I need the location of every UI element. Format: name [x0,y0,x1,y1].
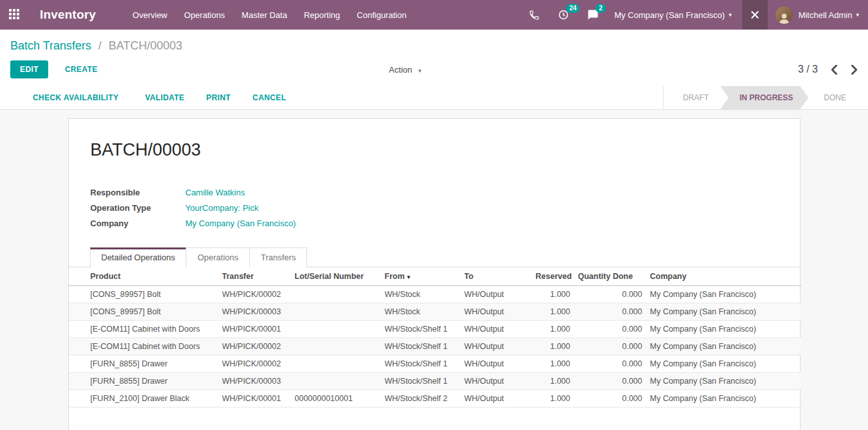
field-group: Responsible Camille Watkins Operation Ty… [91,185,778,231]
column-header-to[interactable]: To [465,267,536,286]
menu-item[interactable]: Master Data [233,0,296,30]
status-state[interactable]: DONE [804,86,862,109]
statusbar-button[interactable]: CANCEL [249,93,290,103]
table-row[interactable]: [FURN_8855] Drawer WH/PICK/00002 WH/Stoc… [69,355,801,373]
developer-tools-icon[interactable] [742,0,768,30]
field-label: Company [91,216,186,231]
cell-lot [295,355,385,373]
cell-lot [295,321,385,338]
cell-company: My Company (San Francisco) [650,355,801,373]
activities-icon[interactable]: 24 [558,9,569,21]
app-window: Inventory OverviewOperationsMaster DataR… [0,0,868,430]
cell-company: My Company (San Francisco) [650,303,801,321]
app-name[interactable]: Inventory [40,8,96,22]
notebook-tab[interactable]: Operations [186,247,250,267]
cell-product: [FURN_8855] Drawer [69,355,222,373]
cell-company: My Company (San Francisco) [650,338,801,355]
form-sheet: BATCH/00003 Responsible Camille Watkins … [68,118,801,430]
user-menu[interactable]: Mitchell Admin ▾ [768,6,868,24]
cell-transfer: WH/PICK/00003 [222,373,295,390]
cell-reserved: 1.000 [536,373,578,390]
breadcrumb-parent[interactable]: Batch Transfers [10,39,91,52]
breadcrumb-current: BATCH/00003 [109,39,182,52]
cell-from: WH/Stock/Shelf 1 [385,321,465,338]
chevron-down-icon: ▾ [856,12,859,18]
table-row[interactable]: [CONS_89957] Bolt WH/PICK/00003 WH/Stock… [69,303,801,321]
column-header-quantity-done[interactable]: Quantity Done [578,267,650,286]
cell-to: WH/Output [465,355,536,373]
column-header-lot[interactable]: Lot/Serial Number [295,267,385,286]
table-header-row: Product Transfer Lot/Serial Number From▾… [69,267,801,286]
field-label: Operation Type [91,201,186,216]
status-state[interactable]: IN PROGRESS [720,86,808,109]
column-header-company[interactable]: Company [650,267,801,286]
phone-icon[interactable] [529,10,540,21]
column-header-from[interactable]: From▾ [385,267,465,286]
cell-reserved: 1.000 [536,321,578,338]
table-row[interactable]: [E-COM11] Cabinet with Doors WH/PICK/000… [69,338,801,355]
cell-quantity-done: 0.000 [578,303,650,321]
column-header-reserved[interactable]: Reserved [536,267,578,286]
activity-badge: 24 [566,4,580,13]
edit-button[interactable]: EDIT [10,60,48,78]
pager-previous-icon[interactable] [831,65,838,75]
systray: 24 2 My Company (San Francisco) ▾ [520,0,868,30]
statusbar: CHECK AVAILABILITY VALIDATE PRINT CANCEL… [0,86,868,110]
table-row[interactable]: [CONS_89957] Bolt WH/PICK/00002 WH/Stock… [69,286,801,303]
column-header-transfer[interactable]: Transfer [222,267,295,286]
cell-quantity-done: 0.000 [578,338,650,355]
field-value-link[interactable]: My Company (San Francisco) [186,219,296,228]
control-panel-buttons: EDIT CREATE Action ▾ 3 / 3 [0,57,868,86]
field-value-link[interactable]: YourCompany: Pick [186,203,259,213]
company-switcher-label: My Company (San Francisco) [614,10,725,20]
cell-to: WH/Output [465,373,536,390]
cell-product: [FURN_8855] Drawer [69,373,222,390]
field-value-link[interactable]: Camille Watkins [186,188,245,197]
statusbar-button[interactable]: CHECK AVAILABILITY [24,89,127,106]
chevron-down-icon: ▾ [729,12,732,18]
pager-value: 3 / 3 [798,64,818,75]
menu-item[interactable]: Configuration [348,0,414,30]
notebook-tab[interactable]: Detailed Operations [90,247,187,267]
cell-product: [FURN_2100] Drawer Black [69,390,222,408]
pager-next-icon[interactable] [851,65,858,75]
notebook-tab[interactable]: Transfers [249,247,307,267]
cell-company: My Company (San Francisco) [650,373,801,390]
cell-quantity-done: 0.000 [578,373,650,390]
cell-product: [CONS_89957] Bolt [69,303,222,321]
column-header-product[interactable]: Product [69,267,222,286]
cell-to: WH/Output [465,303,536,321]
top-navbar: Inventory OverviewOperationsMaster DataR… [0,0,868,30]
cell-from: WH/Stock/Shelf 1 [385,373,465,390]
menu-item[interactable]: Operations [176,0,234,30]
cell-reserved: 1.000 [536,355,578,373]
cell-lot [295,338,385,355]
menu-item[interactable]: Overview [124,0,175,30]
cell-product: [E-COM11] Cabinet with Doors [69,321,222,338]
sort-desc-icon: ▾ [407,274,411,280]
cell-company: My Company (San Francisco) [650,286,801,303]
messages-icon[interactable]: 2 [587,9,599,21]
menu-item[interactable]: Reporting [296,0,348,30]
table-row[interactable]: [FURN_2100] Drawer Black WH/PICK/00001 0… [69,390,801,408]
statusbar-button[interactable]: PRINT [202,93,235,103]
statusbar-button[interactable]: VALIDATE [141,93,188,103]
cell-company: My Company (San Francisco) [650,390,801,408]
apps-menu-icon[interactable] [9,9,21,21]
cell-from: WH/Stock/Shelf 1 [385,338,465,355]
action-menu[interactable]: Action ▾ [389,65,421,75]
cell-transfer: WH/PICK/00001 [222,390,295,408]
cell-transfer: WH/PICK/00003 [222,303,295,321]
table-row[interactable]: [FURN_8855] Drawer WH/PICK/00003 WH/Stoc… [69,373,801,390]
create-button[interactable]: CREATE [61,64,102,75]
cell-transfer: WH/PICK/00002 [222,355,295,373]
company-switcher[interactable]: My Company (San Francisco) ▾ [614,10,731,20]
statusbar-buttons: CHECK AVAILABILITY VALIDATE PRINT CANCEL [0,89,290,106]
status-state[interactable]: DRAFT [664,86,724,109]
detailed-operations-table: Product Transfer Lot/Serial Number From▾… [69,267,801,408]
cell-reserved: 1.000 [536,390,578,408]
cell-transfer: WH/PICK/00002 [222,338,295,355]
cell-reserved: 1.000 [536,303,578,321]
breadcrumb: Batch Transfers / BATCH/00003 [0,30,868,57]
table-row[interactable]: [E-COM11] Cabinet with Doors WH/PICK/000… [69,321,801,338]
